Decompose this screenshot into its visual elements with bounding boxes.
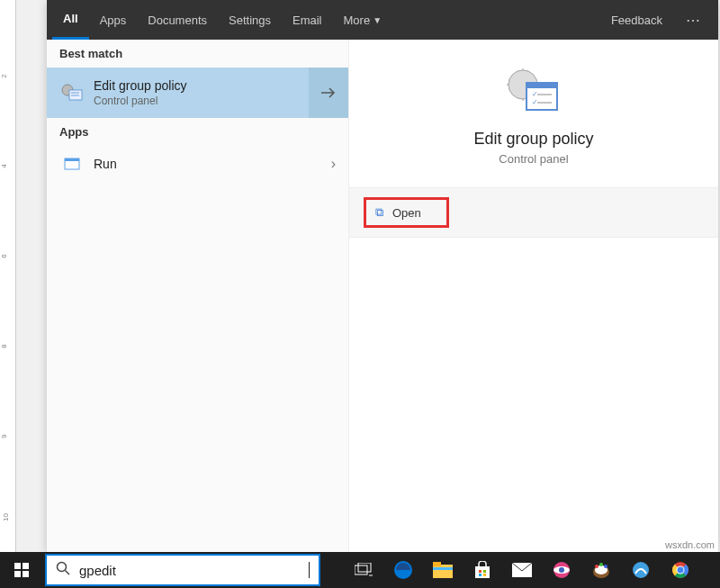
chrome-icon[interactable] — [661, 552, 700, 588]
store-icon[interactable] — [463, 552, 502, 588]
taskbar: gpedit — [0, 552, 720, 588]
tab-documents[interactable]: Documents — [137, 0, 218, 40]
result-subtitle: Control panel — [94, 95, 309, 107]
svg-rect-19 — [355, 565, 367, 574]
apps-result-title: Run — [94, 157, 331, 171]
svg-rect-5 — [65, 158, 79, 161]
expand-arrow[interactable] — [309, 68, 348, 118]
search-window: All Apps Documents Settings Email More▼ … — [47, 0, 718, 552]
svg-rect-25 — [433, 567, 453, 570]
results-column: Best match Edit group policy Control pan… — [47, 40, 349, 552]
open-button[interactable]: ⧉ Open — [364, 197, 449, 228]
svg-point-34 — [559, 567, 564, 573]
svg-rect-20 — [358, 563, 371, 572]
svg-point-46 — [678, 567, 684, 574]
svg-text:✓: ✓ — [532, 90, 538, 98]
more-options-icon[interactable]: ⋯ — [673, 12, 713, 29]
details-column: ✓✓ Edit group policy Control panel ⧉ Ope… — [349, 40, 718, 552]
svg-rect-8 — [526, 83, 557, 88]
detail-title: Edit group policy — [367, 130, 700, 149]
tab-settings[interactable]: Settings — [218, 0, 282, 40]
app-icon-2[interactable] — [581, 552, 621, 588]
windows-icon — [14, 563, 29, 577]
detail-subtitle: Control panel — [367, 152, 700, 166]
svg-rect-28 — [483, 570, 486, 573]
tab-more[interactable]: More▼ — [333, 0, 393, 40]
task-view-icon[interactable] — [344, 552, 383, 588]
control-panel-icon — [59, 84, 85, 102]
search-input[interactable]: gpedit — [79, 563, 308, 578]
svg-rect-13 — [14, 563, 21, 569]
action-row: ⧉ Open — [349, 188, 718, 238]
file-explorer-icon[interactable] — [423, 552, 463, 588]
app-icon-3[interactable] — [621, 552, 661, 588]
text-cursor — [309, 562, 310, 578]
svg-rect-24 — [433, 562, 441, 566]
taskbar-icons — [344, 552, 700, 588]
detail-header: ✓✓ Edit group policy Control panel — [349, 40, 718, 188]
chevron-right-icon: › — [331, 156, 336, 172]
tab-apps[interactable]: Apps — [89, 0, 138, 40]
best-match-header: Best match — [47, 40, 348, 68]
svg-point-37 — [595, 565, 598, 568]
svg-point-39 — [604, 565, 608, 568]
apps-result-run[interactable]: Run › — [47, 146, 348, 182]
vertical-ruler: 2 4 6 8 9 10 — [0, 0, 16, 552]
main-area: Best match Edit group policy Control pan… — [47, 40, 718, 552]
svg-line-18 — [66, 571, 70, 575]
run-icon — [59, 155, 85, 173]
svg-rect-14 — [22, 563, 29, 569]
result-title: Edit group policy — [94, 78, 309, 93]
svg-point-38 — [599, 563, 603, 566]
open-label: Open — [392, 206, 421, 220]
search-icon — [56, 561, 70, 579]
watermark: wsxdn.com — [665, 539, 715, 550]
tab-bar: All Apps Documents Settings Email More▼ … — [47, 0, 718, 40]
mail-icon[interactable] — [502, 552, 542, 588]
open-icon: ⧉ — [375, 205, 383, 220]
app-icon-1[interactable] — [542, 552, 581, 588]
svg-text:✓: ✓ — [532, 98, 538, 106]
svg-rect-30 — [483, 574, 486, 576]
svg-rect-16 — [22, 571, 29, 577]
detail-large-icon: ✓✓ — [367, 68, 700, 117]
edge-icon[interactable] — [383, 552, 423, 588]
svg-rect-27 — [479, 570, 482, 573]
svg-rect-23 — [433, 565, 453, 578]
svg-point-17 — [58, 563, 67, 572]
svg-rect-26 — [475, 566, 490, 578]
svg-rect-15 — [14, 571, 21, 577]
arrow-right-icon — [320, 86, 337, 99]
search-box[interactable]: gpedit — [45, 554, 320, 586]
best-match-result[interactable]: Edit group policy Control panel — [47, 68, 348, 118]
apps-header: Apps — [47, 118, 348, 146]
tab-all[interactable]: All — [52, 0, 89, 40]
svg-rect-29 — [479, 574, 482, 576]
tab-email[interactable]: Email — [282, 0, 333, 40]
feedback-link[interactable]: Feedback — [600, 14, 673, 27]
start-button[interactable] — [0, 552, 43, 588]
chevron-down-icon: ▼ — [373, 15, 382, 25]
